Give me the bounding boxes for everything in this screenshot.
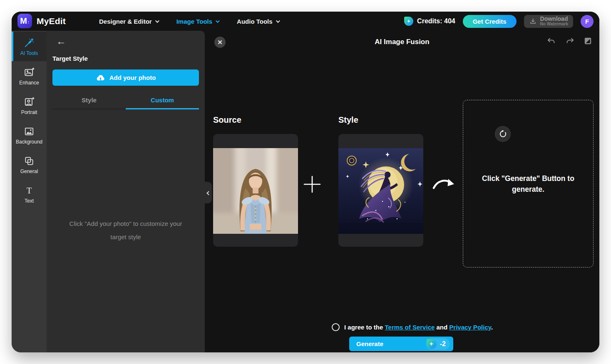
credits-count: Credits: 404 [417, 17, 455, 25]
chevron-down-icon [276, 19, 280, 23]
app-window: M: MyEdit Designer & Editor Image Tools … [12, 12, 599, 352]
refresh-icon [499, 130, 507, 139]
download-button[interactable]: Download No Watermark [524, 15, 573, 28]
agreement-row: I agree to the Terms of Service and Priv… [332, 323, 493, 331]
source-refresh-button[interactable] [495, 126, 511, 142]
nav-image-tools[interactable]: Image Tools [176, 18, 219, 25]
plus-icon [303, 175, 322, 196]
add-your-photo-button[interactable]: Add your photo [52, 69, 199, 86]
generate-cost: -2 [426, 338, 450, 350]
generate-button[interactable]: Generate -2 [349, 337, 453, 351]
nav-audio-tools[interactable]: Audio Tools [237, 18, 279, 25]
sidebar-item-general[interactable]: General [12, 150, 47, 179]
source-label: Source [213, 115, 241, 125]
enhance-icon [24, 67, 35, 78]
editor-canvas: ✕ AI Image Fusion Source Style [205, 31, 599, 352]
credits-display: Credits: 404 [404, 17, 455, 26]
download-label: Download [540, 16, 568, 22]
curved-arrow-icon [432, 176, 456, 196]
general-icon [24, 156, 35, 166]
tab-custom[interactable]: Custom [126, 92, 199, 109]
chevron-down-icon [155, 19, 159, 23]
tab-style[interactable]: Style [52, 92, 126, 109]
brand-name: MyEdit [37, 16, 66, 26]
chevron-down-icon [216, 19, 220, 23]
privacy-policy-link[interactable]: Privacy Policy [449, 324, 491, 331]
panel-title: Target Style [52, 55, 88, 62]
undo-button[interactable] [546, 37, 556, 46]
sidebar-item-enhance[interactable]: Enhance [12, 61, 47, 91]
style-image [338, 148, 423, 234]
terms-of-service-link[interactable]: Terms of Service [385, 324, 435, 331]
credit-drop-icon [404, 17, 413, 26]
style-label: Style [338, 115, 358, 125]
compare-icon [583, 36, 593, 46]
avatar[interactable]: F [581, 15, 594, 28]
myedit-logo-icon: M: [17, 14, 32, 28]
target-style-panel: ← Target Style Add your photo Style Cust… [47, 31, 205, 352]
style-image-card[interactable] [338, 134, 423, 247]
chevron-left-icon [206, 191, 211, 195]
agree-checkbox[interactable] [332, 323, 340, 331]
background-icon [24, 126, 35, 137]
history-controls [546, 36, 593, 46]
download-icon [529, 17, 537, 25]
agreement-text: I agree to the Terms of Service and Priv… [344, 324, 493, 331]
undo-icon [546, 37, 556, 46]
page-title: AI Image Fusion [205, 38, 599, 46]
nav-designer-editor[interactable]: Designer & Editor [99, 18, 158, 25]
get-credits-button[interactable]: Get Credits [463, 15, 517, 28]
credit-drop-icon [427, 339, 437, 349]
magic-wand-icon [24, 37, 35, 48]
svg-text:T: T [27, 186, 32, 195]
panel-empty-hint: Click "Add your photo" to customize your… [57, 217, 194, 244]
top-bar: M: MyEdit Designer & Editor Image Tools … [12, 12, 599, 31]
sidebar-item-text[interactable]: T Text [12, 179, 47, 209]
top-right-cluster: Credits: 404 Get Credits Download No Wat… [404, 12, 594, 31]
result-placeholder-text: Click "Generate" Button to generate. [472, 173, 584, 195]
brand-logo[interactable]: M: MyEdit [17, 14, 66, 28]
panel-collapse-handle[interactable] [205, 182, 212, 203]
download-sublabel: No Watermark [540, 22, 568, 27]
tool-category-rail: AI Tools Enhance Portrait [12, 31, 47, 352]
sidebar-item-ai-tools[interactable]: AI Tools [12, 32, 47, 61]
compare-button[interactable] [583, 36, 593, 46]
cloud-upload-icon [96, 74, 105, 81]
style-tabs: Style Custom [52, 92, 199, 109]
main-nav: Designer & Editor Image Tools Audio Tool… [99, 12, 279, 31]
text-icon: T [24, 185, 35, 196]
source-image-card[interactable] [213, 134, 298, 247]
sidebar-item-background[interactable]: Background [12, 120, 47, 150]
redo-icon [565, 37, 575, 46]
back-button[interactable]: ← [55, 35, 67, 47]
redo-button[interactable] [565, 37, 575, 46]
result-placeholder-box: Click "Generate" Button to generate. [463, 100, 594, 267]
sidebar-item-portrait[interactable]: Portrait [12, 91, 47, 120]
source-image [213, 148, 298, 234]
portrait-icon [24, 97, 35, 107]
